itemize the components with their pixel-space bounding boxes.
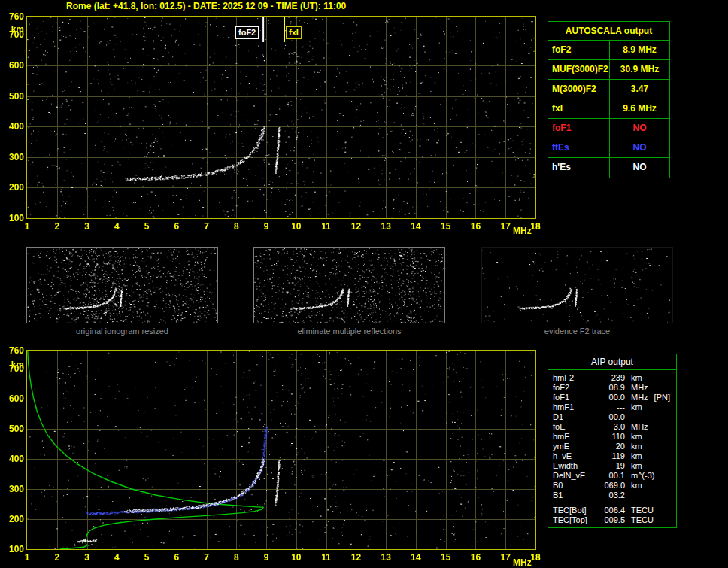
y-tick-label: 500: [2, 91, 24, 102]
x-tick-label: 8: [234, 552, 239, 563]
y-tick-label: 500: [2, 424, 24, 434]
x-tick-label: 6: [174, 221, 179, 232]
y-tick-label: 100: [2, 544, 24, 554]
y-tick-label: 200: [2, 514, 24, 524]
y-tick-label: 700: [2, 363, 24, 374]
x-tick-label: 11: [321, 552, 331, 563]
x-tick-label: 12: [351, 552, 361, 563]
x-tick-label: 5: [144, 552, 150, 563]
x-tick-label: 15: [441, 552, 450, 563]
y-tick-label: 400: [2, 454, 24, 464]
x-tick-label: 16: [471, 221, 481, 232]
x-tick-label: 1: [25, 221, 30, 232]
x-tick-label: 14: [411, 552, 420, 563]
x-tick-label: 5: [144, 221, 150, 232]
top-plot-x-axis-unit: MHz: [513, 226, 532, 236]
x-tick-label: 2: [54, 221, 59, 232]
y-tick-label: 200: [2, 182, 24, 193]
x-tick-label: 6: [174, 552, 179, 563]
bottom-plot-x-axis-unit: MHz: [513, 557, 532, 568]
x-tick-label: 1: [25, 552, 30, 563]
x-tick-label: 10: [291, 552, 301, 563]
x-tick-label: 11: [321, 221, 331, 232]
y-tick-label: 400: [2, 121, 24, 132]
x-tick-label: 15: [441, 221, 450, 232]
x-tick-label: 17: [501, 552, 511, 563]
autoscala-screen: Rome (lat: +41.8, lon: 012.5) - DATE: 20…: [0, 0, 728, 568]
y-tick-label: 300: [2, 484, 24, 494]
y-tick-label: 760: [2, 11, 24, 22]
y-tick-label: 300: [2, 152, 24, 163]
x-tick-label: 4: [114, 552, 120, 563]
x-tick-label: 13: [381, 552, 390, 563]
x-tick-label: 3: [84, 552, 89, 563]
x-tick-label: 18: [530, 221, 540, 232]
y-tick-label: 700: [2, 29, 24, 40]
y-tick-label: 760: [2, 345, 24, 356]
y-tick-label: 600: [2, 60, 24, 71]
y-tick-label: 600: [2, 393, 24, 404]
x-tick-label: 14: [411, 221, 420, 232]
x-tick-label: 17: [501, 221, 511, 232]
x-tick-label: 13: [381, 221, 390, 232]
x-tick-label: 7: [204, 552, 209, 563]
x-tick-label: 3: [84, 221, 89, 232]
x-tick-label: 2: [54, 552, 59, 563]
x-tick-label: 9: [264, 552, 269, 563]
x-tick-label: 4: [114, 221, 120, 232]
x-tick-label: 9: [264, 221, 269, 232]
axes-layer: km MHz km MHz 12345678910111213141516171…: [0, 0, 728, 568]
x-tick-label: 18: [530, 552, 540, 563]
x-tick-label: 10: [291, 221, 301, 232]
x-tick-label: 12: [351, 221, 361, 232]
y-tick-label: 100: [2, 213, 24, 223]
x-tick-label: 7: [204, 221, 209, 232]
x-tick-label: 8: [234, 221, 239, 232]
x-tick-label: 16: [471, 552, 481, 563]
